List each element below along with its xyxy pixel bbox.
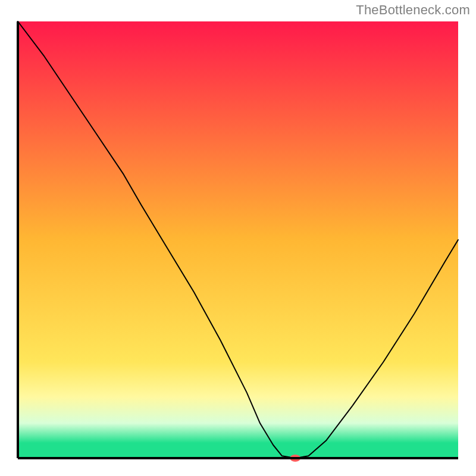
gradient-background: [18, 21, 458, 458]
bottleneck-chart: [0, 0, 476, 476]
chart-container: TheBottleneck.com: [0, 0, 476, 476]
watermark-label: TheBottleneck.com: [356, 2, 470, 18]
